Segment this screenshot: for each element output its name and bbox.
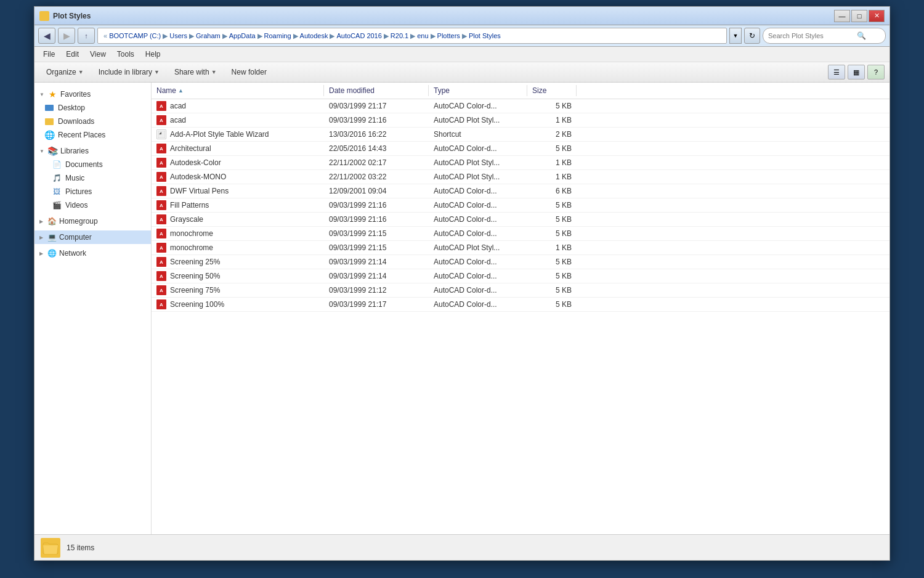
file-area: Name ▲ Date modified Type Size A acad: [152, 83, 890, 534]
col-header-size[interactable]: Size: [527, 85, 577, 96]
help-button[interactable]: ?: [867, 65, 885, 79]
shortcut-file-icon: [156, 129, 166, 139]
libraries-label: Libraries: [60, 147, 89, 155]
forward-button[interactable]: ▶: [58, 28, 75, 44]
back-button[interactable]: ◀: [38, 28, 55, 44]
sidebar-item-documents[interactable]: 📄 Documents: [34, 158, 151, 171]
menu-help[interactable]: Help: [140, 48, 166, 60]
sidebar-network-header[interactable]: ▶ 🌐 Network: [34, 246, 151, 260]
sidebar-libraries-header[interactable]: ▼ 📚 Libraries: [34, 144, 151, 158]
search-box[interactable]: 🔍: [763, 28, 886, 44]
sidebar-section-computer: ▶ 💻 Computer: [34, 230, 151, 244]
up-button[interactable]: ↑: [78, 28, 95, 44]
col-header-type[interactable]: Type: [429, 85, 527, 96]
table-row[interactable]: A Autodesk-MONO 22/11/2002 03:22 AutoCAD…: [152, 170, 890, 184]
sidebar-item-pictures[interactable]: 🖼 Pictures: [34, 185, 151, 198]
table-row[interactable]: Add-A-Plot Style Table Wizard 13/03/2016…: [152, 128, 890, 142]
table-row[interactable]: A Screening 50% 09/03/1999 21:14 AutoCAD…: [152, 269, 890, 283]
col-header-name[interactable]: Name ▲: [152, 85, 324, 96]
path-segment-bootcamp: BOOTCAMP (C:): [109, 32, 161, 39]
explorer-window: Plot Styles — □ ✕ ◀ ▶ ↑ « BOOTCAMP (C:) …: [34, 6, 890, 561]
col-header-date[interactable]: Date modified: [324, 85, 429, 96]
table-row[interactable]: A Screening 75% 09/03/1999 21:12 AutoCAD…: [152, 283, 890, 298]
recent-places-icon: 🌐: [44, 130, 54, 140]
table-row[interactable]: A Screening 25% 09/03/1999 21:14 AutoCAD…: [152, 255, 890, 269]
maximize-button[interactable]: □: [851, 10, 867, 22]
videos-icon: 🎬: [52, 200, 62, 210]
address-bar: ◀ ▶ ↑ « BOOTCAMP (C:) ▶ Users ▶ Graham ▶…: [34, 25, 890, 47]
path-segment-graham: Graham: [196, 32, 221, 39]
pictures-icon: 🖼: [52, 187, 62, 197]
table-row[interactable]: A Architectural 22/05/2016 14:43 AutoCAD…: [152, 142, 890, 156]
file-icon: A: [156, 271, 166, 281]
menu-tools[interactable]: Tools: [112, 48, 139, 60]
menu-bar: File Edit View Tools Help: [34, 47, 890, 62]
downloads-icon: [44, 116, 54, 126]
favorites-triangle: ▼: [39, 92, 44, 97]
table-row[interactable]: A acad 09/03/1999 21:17 AutoCAD Color-d.…: [152, 99, 890, 113]
organize-dropdown-arrow: ▼: [78, 69, 84, 75]
minimize-button[interactable]: —: [834, 10, 850, 22]
table-row[interactable]: A monochrome 09/03/1999 21:15 AutoCAD Co…: [152, 227, 890, 241]
sidebar-item-downloads[interactable]: Downloads: [34, 115, 151, 128]
table-row[interactable]: A Grayscale 09/03/1999 21:16 AutoCAD Col…: [152, 213, 890, 227]
path-dropdown-button[interactable]: ▼: [729, 28, 742, 44]
table-row[interactable]: A Screening 100% 09/03/1999 21:17 AutoCA…: [152, 298, 890, 312]
path-segment-enu: enu: [417, 32, 428, 39]
toolbar-right: ☰ ▦ ?: [828, 65, 885, 79]
file-name-cell: Add-A-Plot Style Table Wizard: [152, 129, 324, 139]
table-row[interactable]: A DWF Virtual Pens 12/09/2001 09:04 Auto…: [152, 184, 890, 198]
menu-view[interactable]: View: [85, 48, 111, 60]
column-headers: Name ▲ Date modified Type Size: [152, 83, 890, 99]
close-button[interactable]: ✕: [869, 10, 885, 22]
file-icon: A: [156, 186, 166, 196]
file-name-cell: A Screening 50%: [152, 271, 324, 281]
sidebar-computer-header[interactable]: ▶ 💻 Computer: [34, 230, 151, 244]
sidebar-favorites-header[interactable]: ▼ ★ Favorites: [34, 88, 151, 101]
file-icon: A: [156, 229, 166, 238]
include-in-library-button[interactable]: Include in library ▼: [92, 65, 166, 79]
music-icon: 🎵: [52, 173, 62, 183]
sidebar-item-music[interactable]: 🎵 Music: [34, 171, 151, 185]
sidebar-section-homegroup: ▶ 🏠 Homegroup: [34, 214, 151, 228]
menu-edit[interactable]: Edit: [61, 48, 84, 60]
sidebar-item-desktop[interactable]: Desktop: [34, 101, 151, 115]
title-bar-left: Plot Styles: [39, 11, 91, 21]
view-large-icon-button[interactable]: ▦: [848, 65, 865, 79]
sidebar-item-videos[interactable]: 🎬 Videos: [34, 198, 151, 212]
file-icon: A: [156, 214, 166, 224]
path-segment-plotstyles: Plot Styles: [469, 32, 501, 39]
computer-icon: 💻: [47, 232, 57, 242]
table-row[interactable]: A acad 09/03/1999 21:16 AutoCAD Plot Sty…: [152, 113, 890, 128]
file-icon: A: [156, 243, 166, 253]
table-row[interactable]: A monochrome 09/03/1999 21:15 AutoCAD Pl…: [152, 241, 890, 255]
file-icon: A: [156, 200, 166, 210]
computer-triangle: ▶: [39, 235, 43, 240]
file-name-cell: A acad: [152, 101, 324, 111]
share-with-button[interactable]: Share with ▼: [168, 65, 224, 79]
status-folder-icon: [41, 538, 60, 558]
computer-label: Computer: [59, 233, 92, 242]
sidebar-item-recent-places[interactable]: 🌐 Recent Places: [34, 128, 151, 142]
network-icon: 🌐: [47, 248, 57, 258]
search-input[interactable]: [768, 32, 854, 39]
address-path[interactable]: « BOOTCAMP (C:) ▶ Users ▶ Graham ▶ AppDa…: [97, 28, 727, 44]
window-icon: [39, 11, 49, 21]
organize-button[interactable]: Organize ▼: [39, 65, 91, 79]
file-name-cell: A DWF Virtual Pens: [152, 186, 324, 196]
documents-icon: 📄: [52, 160, 62, 169]
table-row[interactable]: A Autodesk-Color 22/11/2002 02:17 AutoCA…: [152, 156, 890, 170]
sidebar-section-network: ▶ 🌐 Network: [34, 246, 151, 260]
menu-file[interactable]: File: [38, 48, 60, 60]
view-details-button[interactable]: ☰: [828, 65, 845, 79]
table-row[interactable]: A Fill Patterns 09/03/1999 21:16 AutoCAD…: [152, 198, 890, 213]
file-name-cell: A Architectural: [152, 144, 324, 153]
desktop-icon: [44, 103, 54, 113]
search-icon: 🔍: [857, 31, 866, 40]
file-icon: A: [156, 257, 166, 267]
refresh-button[interactable]: ↻: [744, 28, 760, 44]
new-folder-button[interactable]: New folder: [225, 65, 274, 79]
sidebar-homegroup-header[interactable]: ▶ 🏠 Homegroup: [34, 214, 151, 228]
sidebar-section-libraries: ▼ 📚 Libraries 📄 Documents 🎵 Music 🖼 Pict…: [34, 144, 151, 212]
homegroup-icon: 🏠: [47, 216, 57, 226]
